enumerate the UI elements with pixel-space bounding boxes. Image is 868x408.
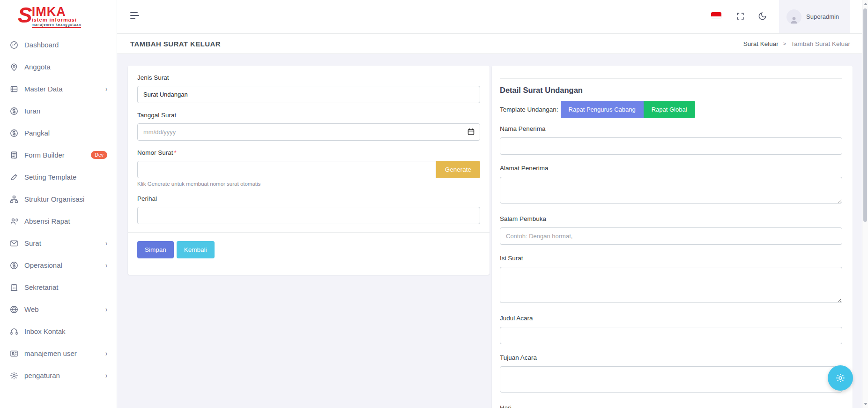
breadcrumb-separator: > [783,41,786,46]
tanggal-surat-input[interactable] [137,123,480,141]
sidebar-item-manajemen-user[interactable]: manajemen user› [0,342,117,364]
sidebar-item-web[interactable]: Web› [0,298,117,320]
sidebar-item-label: Pangkal [24,129,107,137]
sidebar-item-label: Sekretariat [24,283,107,291]
dark-mode-moon-icon[interactable] [757,10,768,22]
chevron-right-icon: › [105,261,107,269]
brand-name: IMKA [32,7,82,17]
salam-pembuka-input[interactable] [500,227,842,245]
pin-icon [10,63,18,71]
sidebar-menu: DashboardAnggotaMaster Data›IuranPangkal… [0,33,117,386]
sidebar-item-struktur-organisasi[interactable]: Struktur Organisasi [0,188,117,210]
sidebar-item-surat[interactable]: Surat› [0,232,117,254]
language-flag-icon[interactable] [711,12,721,18]
sidebar-item-label: Operasional [24,261,102,269]
detail-heading: Detail Surat Undangan [500,85,842,95]
page-scrollbar[interactable] [862,0,868,408]
sidebar-item-label: manajemen user [24,349,102,357]
sidebar-item-label: Dashboard [24,41,107,49]
globe-icon [10,305,18,314]
card-divider [128,232,490,233]
brand-logo[interactable]: S IMKA istem informasi manajemen keanggo… [0,0,117,33]
sidebar-item-form-builder[interactable]: Form BuilderDev [0,144,117,166]
sidebar-item-pengaturan[interactable]: pengaturan› [0,364,117,386]
building-icon [10,283,18,292]
mail-icon [10,239,18,248]
brand-logo-s: S [18,6,31,24]
sidebar-item-master-data[interactable]: Master Data› [0,78,117,100]
speaker-person-icon [10,217,18,226]
perihal-input[interactable] [137,207,480,224]
gauge-icon [10,41,18,49]
sidebar-item-operasional[interactable]: Operasional› [0,254,117,276]
gear-icon [10,371,18,380]
tujuan-acara-textarea[interactable] [500,366,842,393]
page-title-bar: TAMBAH SURAT KELUAR Surat Keluar > Tamba… [117,33,868,54]
sitemap-icon [10,195,18,204]
nomor-surat-label: Nomor Surat* [137,149,480,157]
coin-icon [10,129,18,137]
sidebar-item-label: Struktur Organisasi [24,195,107,203]
sidebar-item-iuran[interactable]: Iuran [0,100,117,122]
breadcrumb-parent[interactable]: Surat Keluar [743,40,779,47]
settings-fab-button[interactable] [828,365,853,391]
detail-surat-card: Detail Surat Undangan Template Undangan:… [492,66,853,408]
scrollbar-down-arrow-icon[interactable] [864,403,868,405]
tujuan-acara-label: Tujuan Acara [500,354,842,362]
breadcrumb: Surat Keluar > Tambah Surat Keluar [743,40,850,47]
scrollbar-thumb[interactable] [863,8,867,222]
hamburger-menu-icon[interactable] [130,12,140,21]
jenis-surat-input[interactable] [137,86,480,103]
chevron-right-icon: › [105,239,107,247]
tanggal-surat-label: Tanggal Surat [137,111,480,120]
user-menu[interactable]: Superadmin [779,0,850,33]
nomor-surat-input[interactable] [137,161,436,178]
sidebar-item-label: Web [24,305,102,313]
user-name: Superadmin [806,13,839,20]
chevron-right-icon: › [105,371,107,379]
topbar: Superadmin [117,0,868,33]
sidebar-item-sekretariat[interactable]: Sekretariat [0,276,117,298]
judul-acara-input[interactable] [500,327,842,344]
sidebar-item-label: pengaturan [24,371,102,379]
template-rapat-pengurus-cabang-button[interactable]: Rapat Pengurus Cabang [561,101,644,118]
sidebar-item-absensi-rapat[interactable]: Absensi Rapat [0,210,117,232]
template-undangan-label: Template Undangan: [500,106,558,113]
content-area: Jenis Surat Tanggal Surat Nomor Surat* G… [117,54,868,408]
sidebar-item-label: Master Data [24,85,102,93]
template-rapat-global-button[interactable]: Rapat Global [644,101,695,118]
simpan-button[interactable]: Simpan [137,241,174,258]
sidebar-item-label: Iuran [24,107,107,115]
isi-surat-textarea[interactable] [500,267,842,303]
brand-tagline-2: manajemen keanggotaan [32,23,82,28]
generate-button[interactable]: Generate [436,161,480,178]
hari-label: Hari [500,404,842,408]
chevron-right-icon: › [105,349,107,357]
brand-logo-wrap: S IMKA istem informasi manajemen keanggo… [18,6,81,28]
sidebar-item-anggota[interactable]: Anggota [0,56,117,78]
page-title: TAMBAH SURAT KELUAR [130,40,221,48]
sidebar-item-inbox-kontak[interactable]: Inbox Kontak [0,320,117,342]
brush-icon [10,173,18,181]
coin-icon [10,261,18,270]
idcard-icon [10,349,18,358]
chevron-right-icon: › [105,84,107,93]
sidebar-item-label: Form Builder [24,151,87,159]
coin-icon [10,107,18,115]
alamat-penerima-textarea[interactable] [500,177,842,204]
nomor-surat-help-text: Klik Generate untuk membuat nomor surat … [137,181,480,187]
headset-icon [10,327,18,336]
brand-logo-text: IMKA istem informasi manajemen keanggota… [32,7,82,28]
scrollbar-up-arrow-icon[interactable] [864,3,868,5]
sidebar-item-label: Setting Template [24,173,107,181]
perihal-label: Perihal [137,195,480,203]
salam-pembuka-label: Salam Pembuka [500,215,842,223]
judul-acara-label: Judul Acara [500,314,842,323]
nama-penerima-label: Nama Penerima [500,125,842,133]
fullscreen-icon[interactable] [734,10,746,22]
sidebar-item-setting-template[interactable]: Setting Template [0,166,117,188]
kembali-button[interactable]: Kembali [177,241,215,258]
sidebar-item-pangkal[interactable]: Pangkal [0,122,117,144]
sidebar-item-dashboard[interactable]: Dashboard [0,34,117,56]
nama-penerima-input[interactable] [500,137,842,155]
